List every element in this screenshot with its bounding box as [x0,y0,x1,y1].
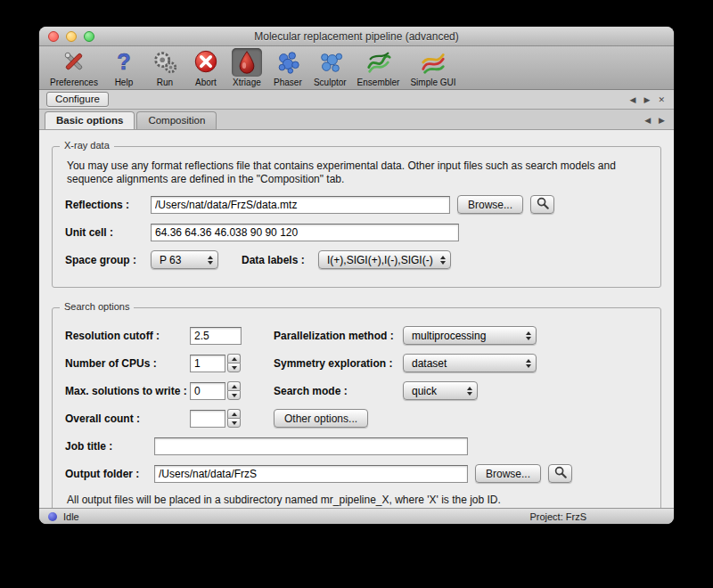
data-labels-select[interactable]: I(+),SIGI(+),I(-),SIGI(-) [318,250,451,269]
toolbar-label: Ensembler [357,78,400,87]
job-title-row: Job title : [65,437,648,455]
tab-basic-options[interactable]: Basic options [45,111,135,129]
scroll-left-icon[interactable]: ◀ [630,95,636,104]
toolbar-label: Abort [195,78,217,87]
minimize-window-button[interactable] [66,31,77,42]
app-window: Molecular replacement pipeline (advanced… [39,27,674,524]
job-title-label: Job title : [65,440,154,453]
overall-count-input[interactable] [190,410,225,428]
toolbar-label: Phaser [274,78,302,87]
data-labels-value: I(+),SIGI(+),I(-),SIGI(-) [327,254,433,266]
symmetry-exploration-select[interactable]: dataset [403,354,537,372]
basic-options-panel: X-ray data You may use any format reflec… [39,130,674,508]
unit-cell-label: Unit cell : [65,226,151,239]
tab-nav-arrows: ◀ ▶ [644,116,665,125]
reflections-input[interactable] [151,196,450,214]
resolution-cutoff-label: Resolution cutoff : [65,330,190,342]
xray-data-legend: X-ray data [60,140,114,151]
magnifier-icon [537,197,549,212]
popup-arrows-icon [519,359,531,368]
number-of-cpus-input[interactable] [190,355,225,372]
help-icon[interactable]: ? [109,48,139,77]
parallelization-method-value: multiprocessing [412,330,486,342]
tab-scroll-left-icon[interactable]: ◀ [644,116,651,125]
magnifier-icon [554,466,567,481]
configure-tab[interactable]: Configure [46,92,109,107]
zoom-window-button[interactable] [84,31,94,42]
preferences-icon[interactable] [59,48,89,77]
max-solutions-input[interactable] [190,382,225,400]
output-folder-browse-button[interactable]: Browse... [475,464,541,483]
toolbar-label: Xtriage [233,78,261,87]
max-solutions-stepper[interactable] [227,381,241,400]
other-options-button[interactable]: Other options... [274,409,368,428]
toolbar-button-preferences[interactable]: Preferences [48,48,100,87]
reflections-row: Reflections : Browse... [65,195,648,214]
titlebar[interactable]: Molecular replacement pipeline (advanced… [39,27,674,46]
status-indicator-icon [48,512,57,521]
search-mode-value: quick [412,385,437,397]
toolbar-button-sculptor[interactable]: Sculptor [312,48,348,87]
job-title-input[interactable] [154,437,468,455]
output-folder-input[interactable] [154,465,468,483]
desktop-background: Molecular replacement pipeline (advanced… [0,0,713,588]
configure-strip: Configure ◀ ▶ ✕ [39,90,674,110]
toolbar: Preferences ? Help [39,46,674,90]
symmetry-exploration-value: dataset [412,357,447,370]
popup-arrows-icon [519,331,531,340]
toolbar-label: Sculptor [314,78,347,87]
cpus-stepper[interactable] [227,354,241,372]
close-window-button[interactable] [48,31,59,42]
ensembler-icon[interactable] [364,48,394,77]
svg-text:?: ? [117,49,130,74]
xray-description: You may use any format reflections file … [67,159,644,186]
search-options-legend: Search options [60,301,134,312]
status-bar: Idle Project: FrzS [39,508,674,524]
toolbar-button-phaser[interactable]: Phaser [271,48,305,87]
reflections-label: Reflections : [65,199,151,211]
scroll-right-icon[interactable]: ▶ [644,95,651,104]
close-page-icon[interactable]: ✕ [658,95,665,104]
space-group-select[interactable]: P 63 [151,250,218,269]
output-folder-search-button[interactable] [548,464,572,483]
tab-scroll-right-icon[interactable]: ▶ [659,116,665,125]
simple-gui-icon[interactable] [418,48,448,77]
window-controls [48,31,94,42]
resolution-cutoff-input[interactable] [190,327,242,345]
run-icon[interactable] [150,48,180,77]
symmetry-exploration-label: Symmetry exploration : [274,357,403,370]
phaser-icon[interactable] [273,48,303,77]
search-mode-select[interactable]: quick [403,381,478,400]
overall-count-stepper[interactable] [227,409,241,428]
project-label: Project: FrzS [529,511,586,522]
tab-composition[interactable]: Composition [136,111,217,129]
status-text: Idle [63,511,79,522]
output-folder-row: Output folder : Browse... [65,464,648,483]
toolbar-button-xtriage[interactable]: Xtriage [230,48,264,87]
toolbar-button-run[interactable]: Run [148,48,182,87]
parallelization-method-select[interactable]: multiprocessing [403,326,537,345]
unit-cell-row: Unit cell : [65,223,648,241]
abort-icon[interactable] [191,48,221,77]
max-solutions-row: Max. solutions to write : Search mode : … [65,381,648,400]
search-options-group: Search options Resolution cutoff : Paral… [52,307,661,508]
page-nav-arrows: ◀ ▶ ✕ [630,95,665,104]
cpus-row: Number of CPUs : Symmetry exploration : … [65,354,648,372]
search-mode-label: Search mode : [274,385,403,397]
toolbar-button-abort[interactable]: Abort [189,48,223,87]
space-group-row: Space group : P 63 Data labels : I(+),SI… [65,250,648,269]
sculptor-icon[interactable] [315,48,345,77]
overall-count-label: Overall count : [65,412,190,425]
max-solutions-label: Max. solutions to write : [65,385,190,397]
reflections-browse-button[interactable]: Browse... [457,195,523,214]
toolbar-button-simple-gui[interactable]: Simple GUI [408,48,457,87]
reflections-search-button[interactable] [530,195,554,214]
toolbar-button-help[interactable]: ? Help [107,48,141,87]
xtriage-icon[interactable] [232,48,262,77]
unit-cell-input[interactable] [151,224,459,241]
toolbar-label: Simple GUI [410,78,455,87]
toolbar-button-ensembler[interactable]: Ensembler [356,48,402,87]
overall-count-row: Overall count : Other options... [65,409,648,428]
xray-data-group: X-ray data You may use any format reflec… [52,146,661,288]
resolution-row: Resolution cutoff : Parallelization meth… [65,326,648,345]
